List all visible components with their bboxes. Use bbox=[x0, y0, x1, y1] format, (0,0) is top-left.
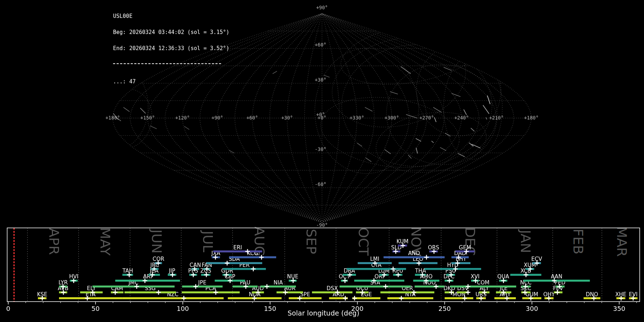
dec-label: +60° bbox=[315, 42, 327, 48]
peak-marker bbox=[181, 296, 186, 301]
month-label: JUL bbox=[200, 230, 216, 252]
meridian-line bbox=[270, 14, 322, 223]
month-label: JUN bbox=[149, 229, 165, 253]
meteor-trail bbox=[416, 148, 418, 153]
meteor-trail bbox=[464, 109, 467, 115]
shower-bar bbox=[354, 280, 404, 282]
shower-bar bbox=[523, 280, 590, 282]
ra-label: +180° bbox=[524, 115, 539, 121]
shower-bar bbox=[340, 286, 411, 288]
meteor-trail bbox=[401, 67, 411, 74]
shower-code-label: ERI bbox=[233, 244, 242, 251]
meteor-trail bbox=[444, 67, 452, 70]
peak-marker bbox=[383, 284, 388, 289]
station-id: USL00E bbox=[113, 14, 229, 19]
shower-bar bbox=[445, 297, 473, 299]
meridian-line bbox=[322, 14, 374, 223]
shower-bar bbox=[312, 291, 352, 293]
ra-label: +60° bbox=[247, 115, 258, 121]
meteor-trail bbox=[385, 150, 391, 154]
ra-label: +210° bbox=[489, 115, 504, 121]
shower-bar bbox=[415, 286, 444, 288]
peak-marker bbox=[424, 255, 429, 260]
meteor-trail bbox=[433, 107, 441, 112]
shower-bar bbox=[387, 297, 433, 299]
ra-label: +300° bbox=[385, 115, 399, 121]
dec-label: +30° bbox=[315, 77, 327, 83]
ra-label: +150° bbox=[140, 115, 155, 121]
shower-qua: QUA bbox=[497, 273, 509, 283]
shower-code-label: JIP bbox=[169, 268, 175, 274]
shower-bar bbox=[380, 291, 434, 293]
month-label: OCT bbox=[356, 227, 371, 256]
shower-xvi: XVI bbox=[470, 273, 479, 283]
shower-bar bbox=[347, 268, 406, 270]
meteor-trail bbox=[365, 107, 372, 111]
shower-bar bbox=[115, 280, 180, 282]
peak-marker bbox=[399, 296, 404, 301]
meteor-trail bbox=[452, 93, 460, 97]
ra-label: +30° bbox=[281, 115, 293, 121]
dec-label: -30° bbox=[315, 146, 327, 152]
meteor-count: ...: 47 bbox=[113, 79, 229, 84]
shower-bar bbox=[223, 268, 266, 270]
meteor-trail bbox=[440, 147, 446, 151]
shower-kum: KUM bbox=[396, 238, 408, 248]
ra-label: +120° bbox=[175, 115, 190, 121]
x-tick-label: 300 bbox=[526, 305, 538, 312]
peak-marker bbox=[156, 290, 161, 295]
peak-marker bbox=[265, 284, 269, 289]
shower-code-label: DNO bbox=[586, 291, 598, 298]
x-axis: 050100150200250300350Solar longitude (de… bbox=[6, 302, 636, 317]
meteor-trail bbox=[123, 107, 130, 112]
meteor-trail bbox=[483, 105, 489, 114]
x-tick-label: 250 bbox=[439, 305, 451, 312]
meteor-trail bbox=[184, 126, 189, 130]
meteor-trail bbox=[487, 96, 490, 104]
shower-hvi: HVI bbox=[69, 273, 78, 283]
ra-label: +330° bbox=[350, 115, 364, 121]
meteor-trail bbox=[431, 141, 434, 143]
fov-ellipse bbox=[323, 24, 475, 141]
shower-xhe: XHE bbox=[615, 291, 626, 301]
x-tick-label: 350 bbox=[613, 305, 625, 312]
shower-tah: TAH bbox=[122, 268, 133, 277]
shower-code-label: NIA bbox=[274, 279, 283, 286]
shower-code-label: CAN bbox=[190, 262, 201, 268]
shower-activity: KSEETANZCNDASPEARDEGENTAMONURSAHYGUMOHYD… bbox=[37, 238, 638, 301]
shower-bar bbox=[277, 291, 303, 293]
meteor-trail bbox=[406, 114, 417, 118]
meteor-trail bbox=[434, 117, 436, 122]
meteor-trail bbox=[229, 150, 234, 153]
shower-code-label: TAH bbox=[122, 268, 133, 274]
shower-bar bbox=[92, 286, 175, 288]
shower-bar bbox=[384, 256, 445, 258]
shower-bar bbox=[182, 286, 223, 288]
x-tick-label: 150 bbox=[264, 305, 276, 312]
shower-bar bbox=[125, 291, 176, 293]
pole-label-south: -90° bbox=[316, 222, 328, 228]
meteor-trail bbox=[398, 19, 411, 21]
header-separator bbox=[113, 63, 221, 64]
meteor-trail bbox=[450, 54, 457, 58]
ra-label: +180° bbox=[106, 115, 120, 121]
shower-bar bbox=[452, 262, 470, 264]
x-tick-label: 50 bbox=[91, 305, 99, 312]
month-label: MAY bbox=[97, 227, 113, 256]
dec-label: -60° bbox=[315, 181, 327, 187]
shower-bar bbox=[182, 291, 240, 293]
meteor-trail bbox=[366, 158, 371, 162]
meteor-trail bbox=[140, 108, 146, 113]
meteor-trail bbox=[445, 133, 450, 136]
peak-marker bbox=[194, 284, 198, 289]
observation-header: USL00E Beg: 20260324 03:44:02 (sol = 3.1… bbox=[113, 3, 229, 90]
shower-dno: DNO bbox=[584, 291, 600, 301]
shower-bar bbox=[122, 297, 224, 299]
end-time: End: 20260324 12:36:33 (sol = 3.52°) bbox=[113, 46, 229, 51]
shower-bar bbox=[229, 256, 276, 258]
meteor-trail bbox=[150, 126, 157, 129]
month-label: FEB bbox=[570, 229, 586, 254]
ra-label: +270° bbox=[419, 115, 434, 121]
month-label: APR bbox=[46, 228, 62, 255]
activity-chart: APRMAYJUNJULAUGSEPOCTNOVDECJANFEBMARKSEE… bbox=[6, 226, 640, 317]
